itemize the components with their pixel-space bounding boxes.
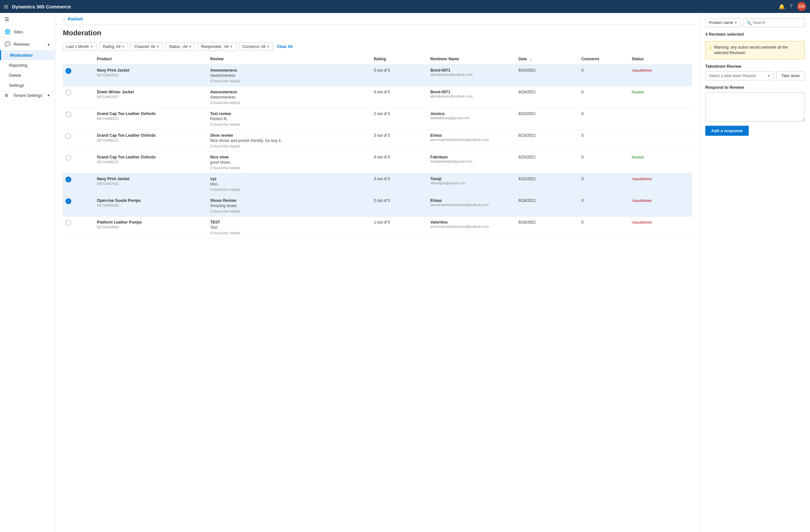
cell-concerns: 0 (579, 152, 629, 173)
info-icon: ℹ (710, 45, 711, 51)
cell-review: Test review Perfect fit. 0 found this he… (208, 108, 371, 130)
filter-channel[interactable]: Channel: All ▼ (131, 43, 163, 51)
caret-down-icon: ▼ (230, 45, 233, 48)
sidebar-item-moderation[interactable]: Moderation (0, 50, 55, 60)
respond-section: Respond to Review Add a response (705, 85, 805, 136)
product-name: Grand Cap Toe Leather Oxfords (97, 133, 205, 138)
sidebar-item-reporting[interactable]: Reporting (0, 60, 55, 70)
app-title: Dynamics 365 Commerce (12, 4, 775, 10)
th-product: Product (94, 53, 208, 65)
reviewer-email: personaexitosahistoria@outlook.com (431, 203, 514, 207)
clear-all-button[interactable]: Clear All (277, 44, 292, 49)
sidebar-item-sites[interactable]: 🌐 Sites (0, 26, 55, 38)
takedown-button[interactable]: Take down (777, 71, 805, 80)
filter-concerns[interactable]: Concerns: All ▼ (239, 43, 273, 51)
table-row[interactable]: ✓ Open-toe Suede Pumps 68719495040 Shoes… (63, 195, 692, 217)
product-name: Grand Cap Toe Leather Oxfords (97, 112, 205, 116)
concerns-value: 0 (582, 155, 584, 160)
table-container: Product Review Rating Reviewer Name Date… (55, 53, 700, 532)
sidebar-item-settings[interactable]: Settings (0, 80, 55, 90)
sidebar: ☰ 🌐 Sites 💬 Reviews ▲ Moderation Reporti… (0, 13, 55, 532)
cell-product: Platform Leather Pumps 68719494994 (94, 217, 208, 238)
filter-status[interactable]: Status : All ▼ (165, 43, 195, 51)
checkbox-circle[interactable]: ✓ (65, 198, 71, 204)
cell-concerns: 0 (579, 217, 629, 238)
cell-date: 8/24/2021 (516, 86, 579, 108)
row-checkbox[interactable]: ✓ (63, 195, 94, 217)
table-row[interactable]: Grand Cap Toe Leather Oxfords 6871949812… (63, 152, 692, 173)
cell-status: Replied (629, 152, 692, 173)
table-row[interactable]: ✓ Navy Print Jacket 68719492931 Awesomen… (63, 65, 692, 86)
help-icon[interactable]: ? (790, 3, 793, 10)
warning-box: ℹ Warning: any action would overwrite al… (705, 41, 805, 59)
filter-channel-label: Channel: All (134, 44, 155, 49)
takedown-section: Takedown Review Select a take down Reaso… (705, 64, 805, 80)
hamburger-menu[interactable]: ☰ (0, 13, 55, 26)
filter-status-label: Status : All (169, 44, 187, 49)
notification-icon[interactable]: 🔔 (779, 3, 785, 10)
th-date[interactable]: Date ↓ (516, 53, 579, 65)
cell-rating: 4 out of 5 (371, 152, 428, 173)
checkbox-circle[interactable] (65, 220, 71, 226)
checkbox-circle[interactable] (65, 90, 71, 96)
table-row[interactable]: Down Winter Jacket 68719492937 Awesomene… (63, 86, 692, 108)
table-row[interactable]: Grand Cap Toe Leather Oxfords 6871949812… (63, 108, 692, 130)
add-response-button[interactable]: Add a response (705, 126, 749, 136)
row-checkbox[interactable] (63, 152, 94, 173)
helpful-text: 0 found this helpful (210, 79, 369, 83)
review-title: Nice shoe (210, 155, 369, 160)
concerns-value: 0 (582, 68, 584, 72)
review-title: Shoes Review (210, 198, 369, 203)
reviewer-email: abcfabrikam@outlook.com (431, 94, 514, 98)
avatar[interactable]: CH (797, 2, 806, 11)
respond-textarea[interactable] (705, 92, 805, 121)
publish-button[interactable]: Publish (68, 17, 83, 21)
row-checkbox[interactable]: ✓ (63, 173, 94, 195)
filters-bar: Last 1 Month ▼ Rating: All ▼ Channel: Al… (55, 40, 700, 53)
filter-rating[interactable]: Rating: All ▼ (99, 43, 128, 51)
checkbox-circle[interactable] (65, 133, 71, 139)
search-input[interactable] (753, 20, 802, 25)
checkbox-circle[interactable] (65, 112, 71, 117)
row-checkbox[interactable] (63, 108, 94, 130)
table-row[interactable]: Grand Cap Toe Leather Oxfords 6871949812… (63, 130, 692, 152)
takedown-select[interactable]: Select a take down Reason ▼ (705, 71, 774, 80)
search-icon: 🔍 (746, 20, 752, 25)
row-checkbox[interactable] (63, 130, 94, 152)
cell-review: xyz nice.. 0 found this helpful (208, 173, 371, 195)
table-row[interactable]: ✓ Navy Print Jacket 68719492931 xyz nice… (63, 173, 692, 195)
checkbox-circle[interactable] (65, 155, 71, 161)
chevron-down-icon: ▼ (47, 94, 50, 97)
product-name: Down Winter Jacket (97, 90, 205, 94)
checkbox-circle[interactable]: ✓ (65, 68, 71, 74)
caret-down-icon: ▼ (767, 74, 771, 78)
sidebar-item-tenant-settings[interactable]: ⚙ Tenant Settings ▼ (0, 90, 55, 100)
checkbox-circle[interactable]: ✓ (65, 177, 71, 182)
row-checkbox[interactable] (63, 86, 94, 108)
date-value: 8/23/2021 (519, 155, 536, 160)
table-row[interactable]: Platform Leather Pumps 68719494994 TEST … (63, 217, 692, 238)
reviewer-name: Tanuji (431, 177, 514, 181)
filter-date[interactable]: Last 1 Month ▼ (63, 43, 97, 51)
review-body: Awesomeness (210, 95, 369, 99)
cell-rating: 2 out of 5 (371, 195, 428, 217)
sidebar-item-delete[interactable]: Delete (0, 70, 55, 80)
cell-concerns: 0 (579, 173, 629, 195)
rating-value: 1 out of 5 (374, 220, 390, 225)
rating-value: 5 out of 5 (374, 68, 390, 72)
review-body: good shoes (210, 160, 369, 165)
filter-responded[interactable]: Responded : All ▼ (198, 43, 236, 51)
cell-product: Grand Cap Toe Leather Oxfords 6871949812… (94, 130, 208, 152)
row-checkbox[interactable] (63, 217, 94, 238)
cell-date: 8/23/2021 (516, 130, 579, 152)
product-id: 68719495040 (97, 203, 205, 207)
grid-icon[interactable]: ⊞ (4, 3, 8, 10)
caret-down-icon: ▼ (189, 45, 192, 48)
sidebar-moderation-label: Moderation (10, 53, 33, 58)
row-checkbox[interactable]: ✓ (63, 65, 94, 86)
concerns-value: 0 (582, 112, 584, 116)
sidebar-item-reviews[interactable]: 💬 Reviews ▲ (0, 38, 55, 50)
sidebar-reporting-label: Reporting (9, 63, 27, 68)
product-name-dropdown[interactable]: Product name ▼ (705, 18, 741, 27)
warning-text: Warning: any action would overwrite all … (714, 45, 800, 56)
